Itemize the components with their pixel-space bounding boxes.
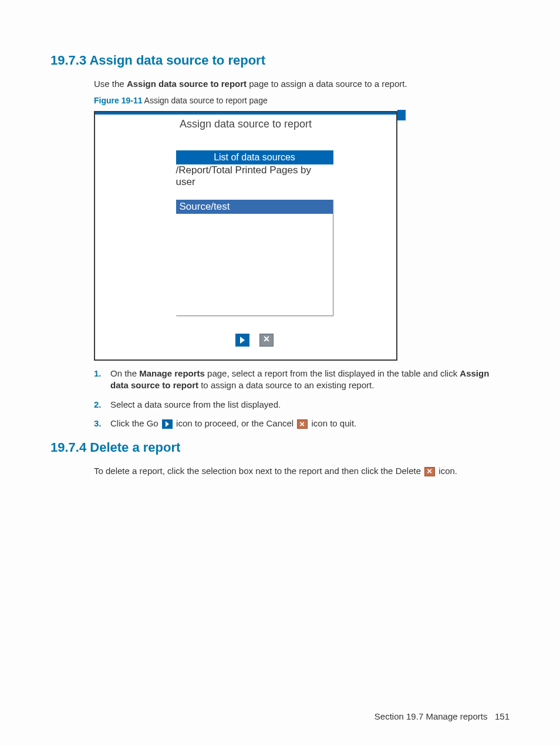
text: Use the bbox=[94, 79, 127, 89]
footer-section: Section 19.7 Manage reports bbox=[375, 711, 488, 721]
step-number: 3. bbox=[94, 418, 102, 429]
text: page to assign a data source to a report… bbox=[247, 79, 407, 89]
text: icon to proceed, or the Cancel bbox=[174, 418, 296, 428]
text: To delete a report, click the selection … bbox=[94, 466, 423, 476]
list-header: List of data sources bbox=[176, 150, 333, 164]
delete-paragraph: To delete a report, click the selection … bbox=[94, 466, 510, 476]
section-heading-1974: 19.7.4 Delete a report bbox=[50, 440, 510, 455]
cancel-icon[interactable] bbox=[259, 334, 274, 347]
screenshot-top-accent bbox=[95, 112, 396, 115]
go-icon bbox=[162, 419, 173, 429]
screenshot-title: Assign data source to report bbox=[95, 115, 396, 133]
cancel-icon bbox=[297, 419, 308, 429]
go-icon[interactable] bbox=[235, 334, 249, 347]
text: icon to quit. bbox=[309, 418, 356, 428]
step-2: 2. Select a data source from the list di… bbox=[94, 399, 510, 411]
figure-number: Figure 19-11 bbox=[94, 96, 142, 105]
screenshot-button-bar bbox=[148, 316, 361, 352]
step-1: 1. On the Manage reports page, select a … bbox=[94, 368, 510, 392]
text-bold: Manage reports bbox=[139, 368, 205, 378]
intro-paragraph: Use the Assign data source to report pag… bbox=[94, 79, 510, 89]
text: Click the Go bbox=[110, 418, 161, 428]
steps-list: 1. On the Manage reports page, select a … bbox=[94, 368, 510, 429]
data-source-listbox[interactable]: Source/test bbox=[176, 200, 333, 316]
list-path-label: /Report/Total Printed Pages by user bbox=[176, 164, 333, 188]
step-3: 3. Click the Go icon to proceed, or the … bbox=[94, 418, 510, 429]
text: page, select a report from the list disp… bbox=[205, 368, 460, 378]
screenshot-assign-data-source: Assign data source to report List of dat… bbox=[94, 111, 397, 361]
text: Select a data source from the list displ… bbox=[110, 399, 281, 409]
step-number: 1. bbox=[94, 368, 102, 379]
figure-caption: Figure 19-11 Assign data source to repor… bbox=[94, 96, 510, 105]
footer-page-number: 151 bbox=[495, 711, 510, 721]
delete-icon bbox=[424, 467, 435, 476]
text: to assign a data source to an existing r… bbox=[198, 380, 374, 390]
text-bold: Assign data source to report bbox=[127, 79, 247, 89]
text: icon. bbox=[436, 466, 457, 476]
text: On the bbox=[110, 368, 139, 378]
figure-title: Assign data source to report page bbox=[142, 96, 267, 105]
step-number: 2. bbox=[94, 399, 102, 411]
list-item-selected[interactable]: Source/test bbox=[176, 200, 333, 214]
section-heading-1973: 19.7.3 Assign data source to report bbox=[50, 53, 510, 68]
page-footer: Section 19.7 Manage reports 151 bbox=[375, 711, 510, 721]
